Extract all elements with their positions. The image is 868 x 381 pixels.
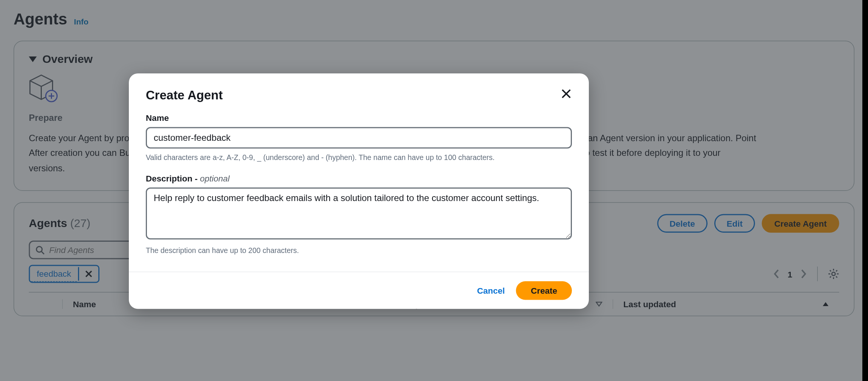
create-agent-modal: Create Agent Name Valid characters are a… <box>129 73 589 309</box>
name-help-text: Valid characters are a-z, A-Z, 0-9, _ (u… <box>146 152 572 163</box>
description-textarea[interactable] <box>146 187 572 239</box>
description-label: Description - optional <box>146 173 572 183</box>
description-field-block: Description - optional The description c… <box>146 173 572 256</box>
modal-title: Create Agent <box>146 88 223 103</box>
modal-footer: Cancel Create <box>129 272 589 309</box>
modal-close-button[interactable] <box>561 88 572 102</box>
name-label: Name <box>146 113 572 123</box>
right-black-edge <box>862 0 868 381</box>
name-input[interactable] <box>146 127 572 149</box>
name-field-block: Name Valid characters are a-z, A-Z, 0-9,… <box>146 113 572 163</box>
description-help-text: The description can have up to 200 chara… <box>146 245 572 256</box>
close-icon <box>561 88 572 99</box>
cancel-button[interactable]: Cancel <box>477 286 505 296</box>
create-button[interactable]: Create <box>516 281 572 300</box>
